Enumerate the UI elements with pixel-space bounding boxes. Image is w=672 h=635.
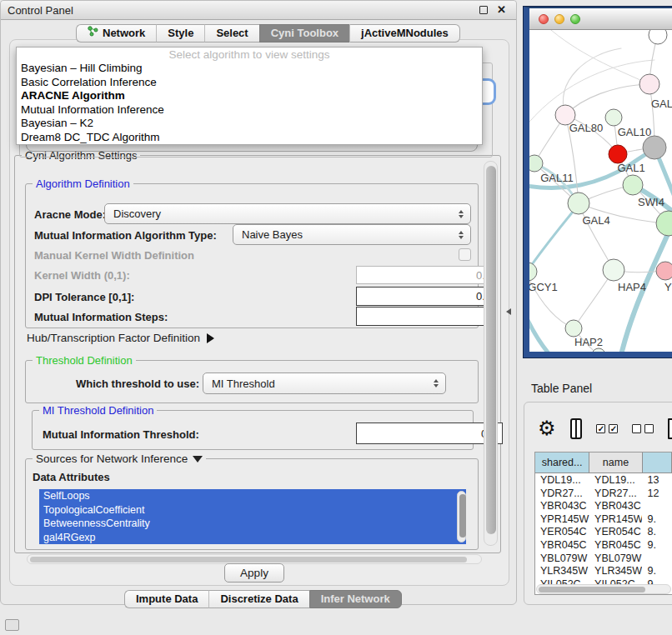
dropdown-item-dream8-dc-tdc-algorithm[interactable]: Dream8 DC_TDC Algorithm bbox=[17, 131, 482, 145]
mi-threshold-label: Mutual Information Threshold: bbox=[43, 428, 199, 441]
split-columns-icon[interactable] bbox=[570, 418, 583, 439]
which-threshold-label: Which threshold to use: bbox=[76, 378, 199, 390]
aracne-mode-combo[interactable]: Discovery bbox=[104, 203, 471, 224]
network-edge[interactable] bbox=[529, 313, 556, 352]
mi-threshold-field[interactable]: 0.5 bbox=[356, 422, 503, 444]
attribute-item-selfloops[interactable]: SelfLoops bbox=[39, 489, 466, 503]
table-row[interactable]: YBL079WYBL079W bbox=[535, 552, 672, 566]
list-vertical-scrollbar[interactable] bbox=[457, 491, 466, 542]
hub-definition-toggle[interactable]: Hub/Transcription Factor Definition bbox=[27, 332, 214, 344]
sources-title-row[interactable]: Sources for Network Inference bbox=[33, 452, 206, 465]
network-edge[interactable] bbox=[529, 207, 577, 275]
dropdown-item-aracne-algorithm[interactable]: ARACNE Algorithm bbox=[17, 89, 482, 103]
mi-type-combo[interactable]: Naive Bayes bbox=[233, 224, 471, 245]
restore-icon[interactable] bbox=[479, 6, 488, 14]
gear-icon[interactable] bbox=[538, 418, 556, 438]
desktop: { "control_panel": { "title": "Control P… bbox=[0, 0, 672, 635]
table-cell: YLR345W bbox=[589, 565, 642, 578]
kernel-width-label: Kernel Width (0,1): bbox=[34, 269, 130, 282]
control-panel-titlebar[interactable]: Control Panel bbox=[1, 1, 516, 20]
table-cell: YBR045C bbox=[535, 539, 589, 552]
spinner-arrows-icon bbox=[459, 210, 464, 218]
algorithm-definition-title: Algorithm Definition bbox=[33, 178, 133, 190]
close-icon[interactable] bbox=[497, 3, 506, 16]
network-node[interactable] bbox=[656, 211, 672, 236]
tab-jactivemnodules[interactable]: jActiveMNodules bbox=[349, 24, 460, 42]
spinner-arrows-icon bbox=[459, 231, 464, 239]
network-node-label: GAL bbox=[651, 98, 672, 110]
network-node[interactable] bbox=[643, 136, 666, 159]
network-node[interactable] bbox=[609, 145, 627, 163]
network-node[interactable] bbox=[639, 74, 659, 94]
kernel-width-field[interactable]: 0.0 bbox=[356, 266, 498, 284]
network-node-label: GAL4 bbox=[582, 214, 609, 227]
bottom-tab-impute-data[interactable]: Impute Data bbox=[124, 590, 208, 608]
bottom-tab-infer-network[interactable]: Infer Network bbox=[309, 590, 402, 608]
close-traffic-light-icon[interactable] bbox=[539, 14, 549, 24]
network-edge[interactable] bbox=[564, 48, 621, 115]
network-node[interactable] bbox=[568, 192, 589, 214]
table-horizontal-scrollbar[interactable] bbox=[536, 584, 671, 594]
table-row[interactable]: YLR345WYLR345W9. bbox=[535, 565, 672, 578]
table-row[interactable]: YBR045CYBR045C9. bbox=[535, 539, 672, 552]
network-node[interactable] bbox=[592, 348, 605, 352]
expand-triangle-icon[interactable] bbox=[207, 333, 214, 343]
tab-bar: NetworkStyleSelectCyni ToolboxjActiveMNo… bbox=[76, 24, 460, 42]
attribute-item-betweennesscentrality[interactable]: BetweennessCentrality bbox=[39, 517, 466, 531]
table-row[interactable]: YPR145WYPR145W9. bbox=[535, 513, 672, 527]
document-icon[interactable] bbox=[668, 418, 672, 439]
network-node[interactable] bbox=[623, 175, 643, 195]
collapse-triangle-icon[interactable] bbox=[193, 456, 203, 462]
apply-button[interactable]: Apply bbox=[224, 563, 284, 582]
network-node[interactable] bbox=[603, 259, 624, 281]
hub-definition-label: Hub/Transcription Factor Definition bbox=[27, 332, 200, 344]
network-graph: GALGAL80GAL10GAL1GAL11SWI4GAL4GCY1HAP4YH… bbox=[529, 30, 672, 352]
network-node[interactable] bbox=[529, 262, 537, 281]
column-header-2[interactable] bbox=[643, 452, 672, 472]
minimize-traffic-light-icon[interactable] bbox=[554, 14, 564, 24]
network-node[interactable] bbox=[529, 155, 543, 172]
network-node[interactable] bbox=[605, 109, 622, 126]
network-edge[interactable] bbox=[565, 84, 649, 115]
table-cell: YPR145W bbox=[535, 513, 589, 527]
network-node[interactable] bbox=[649, 30, 667, 44]
tab-style[interactable]: Style bbox=[156, 24, 204, 42]
splitpane-collapse-arrow[interactable] bbox=[506, 308, 511, 315]
mi-steps-field[interactable]: 6 bbox=[356, 307, 498, 326]
mi-type-value: Naive Bayes bbox=[242, 228, 303, 241]
network-node[interactable] bbox=[565, 320, 582, 337]
manual-kernel-checkbox[interactable] bbox=[459, 248, 471, 261]
tab-select[interactable]: Select bbox=[204, 24, 258, 42]
dropdown-item-bayesian-k2[interactable]: Bayesian – K2 bbox=[17, 117, 482, 131]
zoom-traffic-light-icon[interactable] bbox=[570, 14, 580, 24]
network-window-titlebar[interactable] bbox=[529, 8, 672, 30]
unchecked-checkboxes-icon[interactable] bbox=[632, 424, 654, 433]
network-canvas[interactable]: GALGAL80GAL10GAL1GAL11SWI4GAL4GCY1HAP4YH… bbox=[529, 30, 672, 352]
tab-cyni-toolbox[interactable]: Cyni Toolbox bbox=[259, 24, 349, 42]
mi-type-label: Mutual Information Algorithm Type: bbox=[34, 229, 217, 242]
table-row[interactable]: YER054CYER054C8. bbox=[535, 526, 672, 539]
checked-checkboxes-icon[interactable] bbox=[596, 424, 618, 433]
network-edge[interactable] bbox=[546, 30, 649, 84]
tab-network[interactable]: Network bbox=[76, 24, 156, 42]
table-row[interactable]: YDL19...YDL19...13 bbox=[535, 474, 672, 488]
aracne-mode-value: Discovery bbox=[113, 208, 161, 220]
dpi-tolerance-field[interactable]: 0.0 bbox=[356, 287, 498, 306]
network-edge[interactable] bbox=[529, 60, 654, 130]
attribute-item-topologicalcoefficient[interactable]: TopologicalCoefficient bbox=[39, 503, 466, 518]
column-header-shared[interactable]: shared... bbox=[535, 452, 589, 472]
table-cell: 9. bbox=[642, 565, 672, 578]
table-row[interactable]: YDR27...YDR27...12 bbox=[535, 488, 672, 501]
table-row[interactable]: YBR043CYBR043C bbox=[535, 500, 672, 513]
collapsed-panel-icon[interactable] bbox=[5, 619, 19, 631]
attribute-item-gal4rgexp[interactable]: gal4RGexp bbox=[39, 531, 466, 545]
dropdown-item-basic-correlation-inference[interactable]: Basic Correlation Inference bbox=[17, 76, 482, 90]
table-cell: 13 bbox=[642, 474, 672, 488]
dropdown-item-mutual-information-inference[interactable]: Mutual Information Inference bbox=[17, 103, 482, 118]
column-header-name[interactable]: name bbox=[589, 452, 642, 472]
which-threshold-combo[interactable]: MI Threshold bbox=[203, 372, 446, 394]
settings-vertical-scrollbar[interactable] bbox=[484, 161, 498, 546]
dropdown-item-bayesian-hill-climbing[interactable]: Bayesian – Hill Climbing bbox=[17, 62, 482, 76]
network-node[interactable] bbox=[656, 262, 672, 280]
bottom-tab-discretize-data[interactable]: Discretize Data bbox=[208, 590, 308, 608]
